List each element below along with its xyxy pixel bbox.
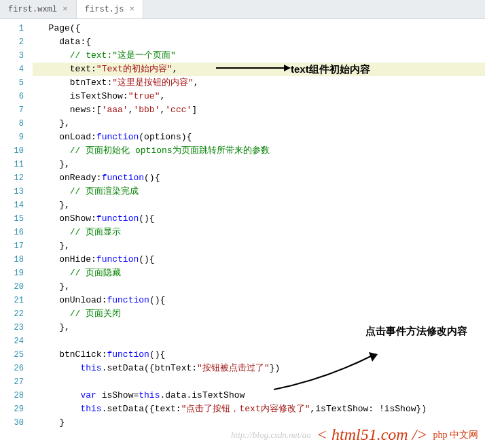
line-number: 14 [0, 199, 24, 212]
code-line[interactable]: text:"Text的初始内容", [33, 63, 485, 76]
line-number: 29 [0, 402, 24, 416]
code-line[interactable]: onHide:function(){ [33, 253, 485, 266]
code-line[interactable]: // 页面关闭 [33, 307, 485, 321]
line-number: 1 [0, 22, 24, 35]
line-number: 13 [0, 185, 24, 199]
line-number: 18 [0, 253, 24, 266]
line-number: 27 [0, 375, 24, 389]
line-number: 2 [0, 35, 24, 49]
tab-label: first.wxml [8, 5, 57, 14]
code-line[interactable]: isTextShow:"true", [33, 90, 485, 103]
line-number: 30 [0, 416, 24, 430]
close-icon[interactable]: × [62, 4, 68, 14]
line-number: 4 [0, 63, 24, 76]
line-number: 8 [0, 117, 24, 131]
code-line[interactable]: }, [33, 158, 485, 171]
line-number-gutter: 1234567891011121314151617181920212223242… [0, 19, 33, 448]
line-number: 25 [0, 348, 24, 362]
line-number: 19 [0, 266, 24, 280]
code-line[interactable]: // 页面隐藏 [33, 266, 485, 280]
line-number: 26 [0, 362, 24, 375]
line-number: 17 [0, 239, 24, 253]
code-line[interactable]: onShow:function(){ [33, 212, 485, 226]
line-number: 21 [0, 294, 24, 307]
line-number: 6 [0, 90, 24, 103]
line-number: 3 [0, 49, 24, 63]
close-icon[interactable]: × [129, 4, 134, 14]
line-number: 7 [0, 103, 24, 117]
watermark-brand: < html51.com /> [317, 426, 428, 444]
tab-bar: first.wxml × first.js × [0, 0, 485, 19]
tab-label: first.js [85, 5, 124, 14]
code-line[interactable]: onLoad:function(options){ [33, 131, 485, 144]
annotation-click-event: 点击事件方法修改内容 [365, 322, 485, 340]
tab-first-js[interactable]: first.js × [77, 0, 143, 18]
code-line[interactable]: // 页面显示 [33, 226, 485, 239]
code-line[interactable]: // 页面初始化 options为页面跳转所带来的参数 [33, 144, 485, 158]
code-line[interactable]: // 页面渲染完成 [33, 185, 485, 199]
code-line[interactable]: }, [33, 239, 485, 253]
code-editor[interactable]: 1234567891011121314151617181920212223242… [0, 19, 485, 448]
code-area[interactable]: text组件初始内容 点击事件方法修改内容 Page({ data:{ // t… [33, 19, 485, 448]
watermark-cn: php 中文网 [433, 429, 479, 441]
code-line[interactable]: }, [33, 280, 485, 294]
code-line[interactable]: data:{ [33, 35, 485, 49]
code-line[interactable]: // text:"这是一个页面" [33, 49, 485, 63]
line-number: 23 [0, 321, 24, 334]
line-number: 5 [0, 76, 24, 90]
code-line[interactable]: Page({ [33, 22, 485, 35]
line-number: 12 [0, 171, 24, 185]
code-line[interactable]: this.setData({text:"点击了按钮，text内容修改了",isT… [33, 402, 485, 416]
code-line[interactable]: news:['aaa','bbb','ccc'] [33, 103, 485, 117]
line-number: 20 [0, 280, 24, 294]
tab-first-wxml[interactable]: first.wxml × [0, 0, 77, 18]
code-line[interactable]: this.setData({btnText:"按钮被点击过了"}) [33, 362, 485, 375]
line-number: 15 [0, 212, 24, 226]
code-line[interactable]: }, [33, 117, 485, 131]
watermark: http://blog.csdn.net/ao < html51.com /> … [231, 426, 478, 444]
code-line[interactable]: var isShow=this.data.isTextShow [33, 389, 485, 402]
line-number: 22 [0, 307, 24, 321]
line-number: 24 [0, 334, 24, 348]
code-line[interactable]: btnText:"这里是按钮的内容", [33, 76, 485, 90]
line-number: 11 [0, 158, 24, 171]
watermark-url: http://blog.csdn.net/ao [231, 430, 311, 441]
code-line[interactable]: }, [33, 199, 485, 212]
code-line[interactable] [33, 375, 485, 389]
code-line[interactable]: onUnload:function(){ [33, 294, 485, 307]
line-number: 9 [0, 131, 24, 144]
line-number: 10 [0, 144, 24, 158]
code-line[interactable]: btnClick:function(){ [33, 348, 485, 362]
line-number: 16 [0, 226, 24, 239]
code-line[interactable]: onReady:function(){ [33, 171, 485, 185]
line-number: 28 [0, 389, 24, 402]
annotation-text-initial: text组件初始内容 [291, 63, 370, 76]
